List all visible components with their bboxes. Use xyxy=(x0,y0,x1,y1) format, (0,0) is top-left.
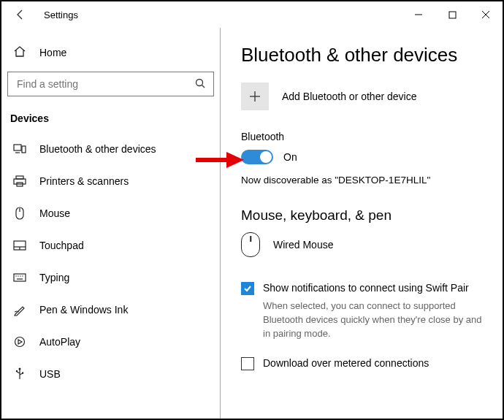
plus-icon xyxy=(241,83,269,110)
sidebar-item-mouse[interactable]: Mouse xyxy=(7,197,214,229)
sidebar-item-label: Pen & Windows Ink xyxy=(39,304,128,316)
device-label: Wired Mouse xyxy=(273,239,333,251)
svg-rect-8 xyxy=(14,179,26,184)
svg-rect-1 xyxy=(449,12,456,18)
sidebar-item-usb[interactable]: USB xyxy=(7,358,214,390)
swift-pair-label: Show notifications to connect using Swif… xyxy=(263,282,469,294)
sidebar-item-label: USB xyxy=(39,368,61,380)
page-title: Bluetooth & other devices xyxy=(241,44,485,66)
window-controls xyxy=(402,3,503,26)
section-mouse-keyboard: Mouse, keyboard, & pen xyxy=(241,207,485,224)
svg-point-16 xyxy=(15,275,16,276)
window-title: Settings xyxy=(44,9,78,20)
keyboard-icon xyxy=(13,271,26,284)
sidebar-item-label: Printers & scanners xyxy=(39,175,129,187)
toggle-knob xyxy=(260,151,272,163)
maximize-button[interactable] xyxy=(435,3,469,26)
search-box[interactable] xyxy=(7,72,214,96)
mouse-device-icon xyxy=(241,232,260,257)
touchpad-icon xyxy=(13,239,26,252)
swift-pair-checkbox[interactable] xyxy=(241,282,254,295)
sidebar-item-label: Mouse xyxy=(39,207,70,219)
bluetooth-state: On xyxy=(283,151,297,163)
discoverable-text: Now discoverable as "DESKTOP-1E7HLIL" xyxy=(241,175,485,186)
sidebar-item-bluetooth[interactable]: Bluetooth & other devices xyxy=(7,133,214,165)
home-nav[interactable]: Home xyxy=(7,38,214,67)
main-panel: Bluetooth & other devices Add Bluetooth … xyxy=(221,28,503,419)
sidebar-item-printers[interactable]: Printers & scanners xyxy=(7,165,214,197)
home-label: Home xyxy=(39,47,66,58)
svg-line-3 xyxy=(202,85,205,88)
device-wired-mouse[interactable]: Wired Mouse xyxy=(241,232,485,257)
svg-rect-4 xyxy=(14,145,21,150)
svg-rect-25 xyxy=(22,373,23,374)
add-device-label: Add Bluetooth or other device xyxy=(282,91,416,102)
svg-rect-7 xyxy=(16,176,23,179)
search-input[interactable] xyxy=(15,77,194,91)
svg-point-19 xyxy=(22,275,23,276)
svg-rect-15 xyxy=(14,274,26,281)
swift-pair-description: When selected, you can connect to suppor… xyxy=(263,299,485,341)
svg-point-24 xyxy=(16,370,18,372)
sidebar-item-autoplay[interactable]: AutoPlay xyxy=(7,326,214,358)
sidebar-item-label: Typing xyxy=(39,272,69,283)
pen-icon xyxy=(13,303,26,316)
settings-window: Settings Home xyxy=(0,0,504,420)
add-device-button[interactable]: Add Bluetooth or other device xyxy=(241,83,485,110)
sidebar-item-label: Touchpad xyxy=(39,240,84,251)
svg-point-23 xyxy=(19,368,21,370)
svg-point-2 xyxy=(196,79,203,85)
sidebar-item-pen[interactable]: Pen & Windows Ink xyxy=(7,294,214,326)
usb-icon xyxy=(13,367,26,381)
bluetooth-toggle[interactable] xyxy=(241,150,273,164)
svg-point-18 xyxy=(20,275,20,276)
svg-point-17 xyxy=(18,275,18,276)
metered-label: Download over metered connections xyxy=(263,357,429,369)
devices-icon xyxy=(13,142,26,156)
sidebar-section-title: Devices xyxy=(10,112,214,124)
swift-pair-row: Show notifications to connect using Swif… xyxy=(241,282,485,295)
printer-icon xyxy=(13,175,26,188)
metered-row: Download over metered connections xyxy=(241,357,485,370)
sidebar-item-label: Bluetooth & other devices xyxy=(39,143,156,155)
back-button[interactable] xyxy=(7,1,34,28)
sidebar-item-touchpad[interactable]: Touchpad xyxy=(7,229,214,261)
svg-point-21 xyxy=(15,337,25,347)
metered-checkbox[interactable] xyxy=(241,357,254,370)
sidebar-item-typing[interactable]: Typing xyxy=(7,261,214,294)
autoplay-icon xyxy=(13,335,26,348)
sidebar-item-label: AutoPlay xyxy=(39,336,80,348)
bluetooth-label: Bluetooth xyxy=(241,131,485,142)
close-button[interactable] xyxy=(469,3,503,26)
minimize-button[interactable] xyxy=(402,3,435,26)
svg-rect-5 xyxy=(22,146,26,153)
mouse-icon xyxy=(13,207,26,220)
search-icon xyxy=(194,77,206,91)
sidebar: Home Devices Bluetooth & other devices xyxy=(1,28,221,419)
titlebar: Settings xyxy=(1,1,503,28)
home-icon xyxy=(13,45,26,61)
